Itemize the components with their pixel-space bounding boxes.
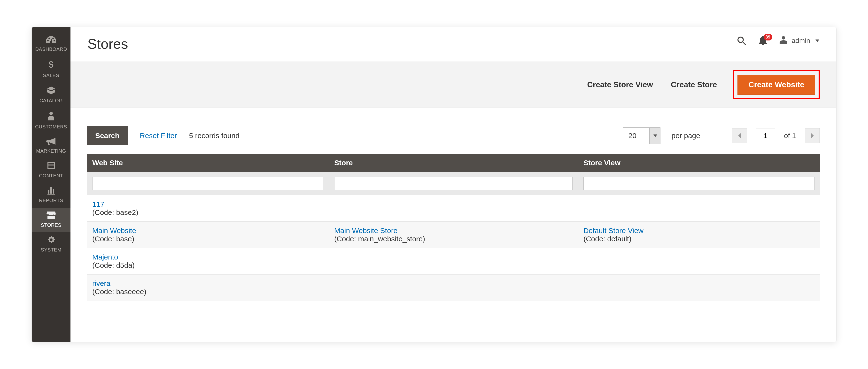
caret-down-icon [815, 39, 819, 42]
sidebar-item-label: SYSTEM [41, 247, 61, 253]
website-link[interactable]: Main Website [92, 226, 323, 235]
box-icon [47, 86, 56, 96]
sidebar-item-system[interactable]: SYSTEM [32, 232, 70, 257]
filter-store-input[interactable] [334, 177, 572, 190]
notifications-icon[interactable]: 39 [759, 36, 767, 45]
sidebar-item-reports[interactable]: REPORTS [32, 183, 70, 208]
table-row: Main Website (Code: base) Main Website S… [87, 222, 820, 248]
sidebar-item-sales[interactable]: $ SALES [32, 57, 70, 83]
svg-text:$: $ [49, 60, 54, 69]
sidebar-item-catalog[interactable]: CATALOG [32, 83, 70, 108]
website-code: (Code: base) [92, 235, 323, 243]
admin-sidebar: DASHBOARD $ SALES CATALOG CUSTOMERS MARK… [32, 27, 70, 342]
megaphone-icon [46, 137, 56, 146]
table-row: 117 (Code: base2) [87, 195, 820, 222]
layout-icon [47, 162, 55, 171]
select-caret-icon [649, 127, 660, 144]
next-page-button[interactable] [805, 128, 820, 143]
website-link[interactable]: 117 [92, 200, 323, 208]
sidebar-item-label: STORES [41, 222, 62, 228]
grid-toolbar: Search Reset Filter 5 records found 20 p… [70, 108, 836, 154]
storeview-code: (Code: default) [583, 235, 814, 243]
per-page-label: per page [672, 131, 700, 140]
action-bar: Create Store View Create Store Create We… [70, 62, 836, 108]
website-link[interactable]: Majento [92, 253, 323, 261]
person-icon [48, 111, 54, 122]
website-code: (Code: d5da) [92, 261, 323, 270]
website-code: (Code: baseeee) [92, 287, 323, 296]
website-code: (Code: base2) [92, 208, 323, 217]
storeview-link[interactable]: Default Store View [583, 226, 814, 235]
page-title: Stores [87, 36, 128, 52]
notification-badge: 39 [764, 34, 772, 40]
reset-filter-button[interactable]: Reset Filter [140, 131, 177, 140]
sidebar-item-customers[interactable]: CUSTOMERS [32, 108, 70, 134]
create-store-view-button[interactable]: Create Store View [585, 77, 655, 93]
table-row: Majento (Code: d5da) [87, 248, 820, 275]
svg-point-1 [738, 37, 743, 42]
page-of-label: of 1 [784, 131, 796, 140]
page-header: Stores 39 admin [70, 27, 836, 62]
grid-filter-row [87, 172, 820, 195]
store-link[interactable]: Main Website Store [334, 226, 572, 235]
storefront-icon [46, 211, 56, 220]
column-header-storeview[interactable]: Store View [578, 154, 820, 172]
sidebar-item-label: SALES [43, 73, 59, 78]
user-icon [780, 36, 787, 46]
records-found-label: 5 records found [189, 131, 239, 140]
filter-website-input[interactable] [92, 177, 323, 190]
sidebar-item-label: REPORTS [39, 198, 63, 203]
user-label: admin [792, 37, 810, 44]
stores-grid: Web Site Store Store View 117 (Cod [87, 154, 820, 342]
page-size-value: 20 [623, 127, 650, 144]
user-menu[interactable]: admin [780, 36, 819, 46]
sidebar-item-label: CONTENT [39, 173, 63, 179]
sidebar-item-marketing[interactable]: MARKETING [32, 134, 70, 158]
sidebar-item-label: CUSTOMERS [35, 124, 67, 130]
search-icon[interactable] [737, 36, 746, 45]
sidebar-item-dashboard[interactable]: DASHBOARD [32, 33, 70, 57]
column-header-website[interactable]: Web Site [87, 154, 329, 172]
dollar-icon: $ [48, 60, 54, 71]
table-row: rivera (Code: baseeee) [87, 275, 820, 301]
page-size-select[interactable]: 20 [623, 127, 660, 144]
sidebar-item-label: DASHBOARD [35, 47, 67, 52]
gear-icon [47, 236, 55, 245]
sidebar-item-content[interactable]: CONTENT [32, 158, 70, 183]
bars-icon [47, 186, 55, 196]
current-page-input[interactable] [756, 128, 775, 143]
sidebar-item-label: CATALOG [39, 98, 63, 103]
column-header-store[interactable]: Store [329, 154, 578, 172]
website-link[interactable]: rivera [92, 279, 323, 287]
gauge-icon [46, 36, 56, 44]
create-website-highlight: Create Website [733, 70, 820, 99]
sidebar-item-label: MARKETING [36, 148, 66, 154]
filter-storeview-input[interactable] [583, 177, 814, 190]
sidebar-item-stores[interactable]: STORES [32, 208, 70, 232]
search-button[interactable]: Search [87, 126, 128, 145]
create-website-button[interactable]: Create Website [738, 74, 815, 95]
svg-line-2 [743, 42, 746, 45]
create-store-button[interactable]: Create Store [669, 77, 719, 93]
prev-page-button[interactable] [732, 128, 747, 143]
store-code: (Code: main_website_store) [334, 235, 572, 243]
